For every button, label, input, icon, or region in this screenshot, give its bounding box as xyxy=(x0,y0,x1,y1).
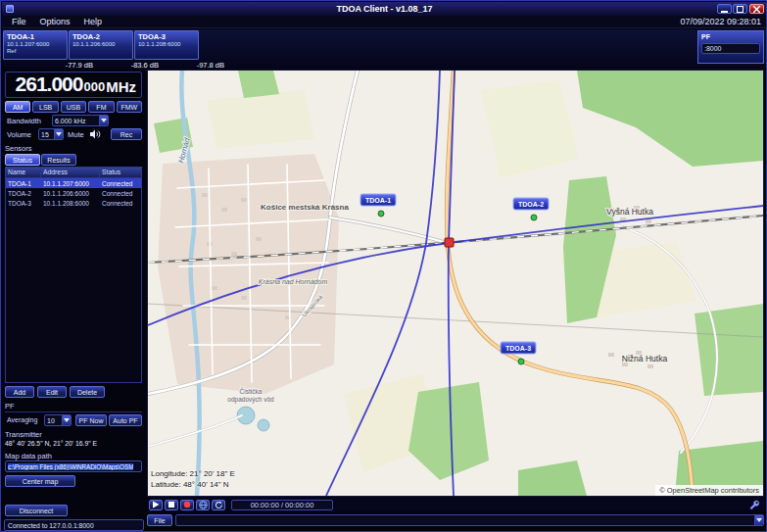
datetime-display: 07/09/2022 09:28:01 xyxy=(680,17,761,26)
averaging-value: 10 xyxy=(45,415,62,425)
sensor-marker-label: TDOA-3 xyxy=(505,345,531,352)
frequency-mhz: 261.000 xyxy=(16,73,83,94)
sensor-ref-flag: Ref xyxy=(7,48,64,55)
sensor-name: TDOA-1 xyxy=(7,33,64,41)
wrench-icon xyxy=(749,500,760,510)
sensors-section-title: Sensors xyxy=(5,144,32,153)
frequency-unit: MHz xyxy=(106,79,136,94)
file-combobox-value xyxy=(176,515,754,525)
transmitter-marker[interactable] xyxy=(445,238,454,247)
cell-address: 10.1.1.206:6000 xyxy=(41,190,100,197)
sensor-address: 10.1.1.207:6000 xyxy=(7,41,64,48)
frequency-display[interactable]: 261.000000MHz xyxy=(5,72,142,98)
sensor-action-buttons: Add Edit Delete xyxy=(5,386,105,398)
cell-name: TDOA-1 xyxy=(6,180,41,187)
mode-fmw-button[interactable]: FMW xyxy=(117,101,142,113)
map-data-path-value: c:\Program Files (x86)\WiNRADiO\Maps\OSM xyxy=(8,463,133,470)
chevron-down-icon[interactable] xyxy=(54,129,63,139)
add-button[interactable]: Add xyxy=(5,386,34,398)
cell-address: 10.1.1.207:6000 xyxy=(41,180,100,187)
title-bar[interactable]: TDOA Client - v1.08_17 xyxy=(2,2,767,16)
tab-status[interactable]: Status xyxy=(5,154,40,166)
chevron-down-icon[interactable] xyxy=(62,415,71,425)
menu-bar: File Options Help 07/09/2022 09:28:01 xyxy=(2,16,767,28)
delete-button[interactable]: Delete xyxy=(70,386,105,398)
sensor-dot xyxy=(518,359,524,364)
app-window: TDOA Client - v1.08_17 File Options Help… xyxy=(0,0,767,532)
chevron-down-icon[interactable] xyxy=(99,116,108,125)
pf-now-button[interactable]: PF Now xyxy=(75,414,107,426)
sensor-address: 10.1.1.208:6000 xyxy=(138,41,195,48)
column-address[interactable]: Address xyxy=(41,168,100,177)
sensors-table: Name Address Status TDOA-1 10.1.1.207:60… xyxy=(5,167,142,383)
edit-button[interactable]: Edit xyxy=(37,386,67,398)
cell-status: Connected xyxy=(100,180,141,187)
file-row: File xyxy=(147,513,764,527)
cell-status: Connected xyxy=(100,190,141,197)
minimize-icon xyxy=(721,6,728,13)
table-row[interactable]: TDOA-3 10.1.1.208:6000 Connected xyxy=(6,198,141,208)
table-header: Name Address Status xyxy=(6,168,141,178)
pf-address-field[interactable]: :8000 xyxy=(701,43,760,54)
map-label-district: Košice mestská Krásna xyxy=(261,203,349,212)
sensor-dot xyxy=(378,211,384,217)
mode-am-button[interactable]: AM xyxy=(5,101,30,113)
map-data-path-input[interactable]: c:\Program Files (x86)\WiNRADiO\Maps\OSM xyxy=(5,460,142,472)
bandwidth-select[interactable]: 6.000 kHz xyxy=(52,115,109,126)
globe-button[interactable] xyxy=(196,500,210,510)
loop-icon xyxy=(215,501,223,509)
column-name[interactable]: Name xyxy=(6,168,41,177)
file-combobox[interactable] xyxy=(175,514,764,526)
mode-usb-button[interactable]: USB xyxy=(61,101,86,113)
speaker-icon[interactable] xyxy=(89,128,101,140)
table-row[interactable]: TDOA-1 10.1.1.207:6000 Connected xyxy=(6,178,141,188)
cursor-coordinates: Longitude: 21° 20' 18" E Latitude: 48° 4… xyxy=(151,469,235,491)
sensor-level-tdoa3: -97.8 dB xyxy=(156,61,224,70)
sensor-panel-tdoa1[interactable]: TDOA-1 10.1.1.207:6000 Ref xyxy=(3,30,68,60)
cell-name: TDOA-3 xyxy=(6,200,41,207)
sensor-panel-tdoa2[interactable]: TDOA-2 10.1.1.206:6000 xyxy=(69,30,133,60)
auto-pf-button[interactable]: Auto PF xyxy=(109,414,142,426)
map-label-facility-1: Čistička xyxy=(240,387,263,395)
transmitter-label: Transmitter xyxy=(5,430,42,439)
stop-icon xyxy=(168,501,175,508)
averaging-select[interactable]: 10 xyxy=(44,414,72,426)
record-button[interactable]: Rec xyxy=(111,128,142,140)
play-icon xyxy=(152,501,160,508)
averaging-label: Averaging xyxy=(7,416,37,423)
settings-button[interactable] xyxy=(746,499,762,510)
loop-button[interactable] xyxy=(212,500,225,510)
menu-help[interactable]: Help xyxy=(77,17,110,26)
playback-time: 00:00:00 / 00:00:00 xyxy=(231,500,333,510)
longitude-readout: Longitude: 21° 20' 18" E xyxy=(151,469,235,480)
stop-button[interactable] xyxy=(165,500,178,510)
file-button[interactable]: File xyxy=(147,514,172,526)
maximize-button[interactable] xyxy=(733,4,747,14)
sensors-tab-row: Status Results xyxy=(5,154,76,166)
map-view[interactable]: Košice mestská Krásna Krásna nad Hornádo… xyxy=(147,70,764,497)
record-playback-button[interactable] xyxy=(180,500,194,510)
sensor-panel-tdoa3[interactable]: TDOA-3 10.1.1.208:6000 xyxy=(134,30,199,60)
close-icon xyxy=(753,6,760,13)
menu-file[interactable]: File xyxy=(5,17,33,26)
pf-server-panel[interactable]: PF :8000 xyxy=(697,30,764,64)
volume-select[interactable]: 15 xyxy=(38,128,64,140)
minimize-button[interactable] xyxy=(717,4,732,14)
tab-results[interactable]: Results xyxy=(41,154,76,166)
play-button[interactable] xyxy=(149,500,163,510)
column-status[interactable]: Status xyxy=(100,168,141,177)
center-map-button[interactable]: Center map xyxy=(5,475,75,487)
bandwidth-label: Bandwidth xyxy=(7,117,41,125)
disconnect-button[interactable]: Disconnect xyxy=(5,505,68,516)
map-label-village-south: Nižná Hutka xyxy=(622,354,668,363)
table-row[interactable]: TDOA-2 10.1.1.206:6000 Connected xyxy=(6,188,141,198)
mode-lsb-button[interactable]: LSB xyxy=(32,101,58,113)
map-label-village-north: Vyšná Hutka xyxy=(606,207,653,217)
close-button[interactable] xyxy=(749,4,764,14)
chevron-down-icon[interactable] xyxy=(754,515,763,525)
mode-fm-button[interactable]: FM xyxy=(88,101,114,113)
globe-icon xyxy=(199,501,208,509)
menu-options[interactable]: Options xyxy=(33,17,77,26)
map-label-suburb: Krásna nad Hornádom xyxy=(259,278,328,285)
map-canvas[interactable]: Košice mestská Krásna Krásna nad Hornádo… xyxy=(148,71,763,496)
